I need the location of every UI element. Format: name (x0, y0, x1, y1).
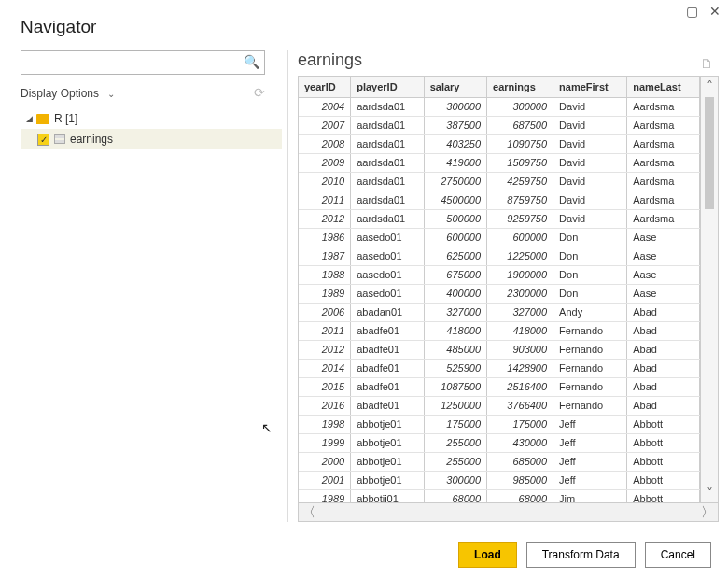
table-cell: aasedo01 (351, 247, 424, 265)
table-cell: abadfe01 (351, 396, 424, 415)
table-row[interactable]: 2001abbotje01300000985000JeffAbbott (299, 471, 700, 489)
table-row[interactable]: 1986aasedo01600000600000DonAase (299, 228, 700, 247)
table-row[interactable]: 1989aasedo014000002300000DonAase (299, 284, 700, 303)
table-cell: Aase (627, 228, 700, 247)
table-cell: 1509750 (487, 153, 553, 172)
table-cell: 2007 (299, 116, 351, 134)
table-cell: Fernando (553, 377, 627, 396)
checkbox-earnings[interactable]: ✓ (37, 134, 49, 146)
table-row[interactable]: 1987aasedo016250001225000DonAase (299, 247, 700, 265)
table-cell: 300000 (424, 97, 486, 116)
scrollbar-thumb[interactable] (705, 97, 714, 209)
tree-item-earnings[interactable]: ✓ earnings (21, 129, 282, 149)
transform-data-button[interactable]: Transform Data (526, 542, 636, 568)
table-row[interactable]: 2009aardsda014190001509750DavidAardsma (299, 153, 700, 172)
table-cell: Aardsma (627, 153, 700, 172)
table-cell: 327000 (424, 303, 486, 321)
table-cell: abadfe01 (351, 359, 424, 377)
preview-options-icon[interactable]: 🗋 (700, 56, 713, 71)
column-header[interactable]: playerID (351, 77, 424, 97)
horizontal-scrollbar[interactable]: 〈 〉 (299, 502, 718, 521)
column-header[interactable]: yearID (299, 77, 351, 97)
table-cell: Jeff (553, 471, 627, 489)
table-cell: 4500000 (424, 191, 486, 209)
table-cell: abbotji01 (351, 489, 424, 502)
page-title: Navigator (0, 0, 728, 50)
table-row[interactable]: 2000abbotje01255000685000JeffAbbott (299, 452, 700, 471)
table-cell: Abad (627, 340, 700, 359)
table-row[interactable]: 2015abadfe0110875002516400FernandoAbad (299, 377, 700, 396)
table-cell: 2004 (299, 97, 351, 116)
table-row[interactable]: 2011aardsda0145000008759750DavidAardsma (299, 191, 700, 209)
table-cell: Jeff (553, 433, 627, 452)
scroll-left-icon[interactable]: 〈 (302, 504, 315, 521)
table-cell: Jeff (553, 452, 627, 471)
table-cell: 255000 (424, 433, 486, 452)
column-header[interactable]: salary (424, 77, 486, 97)
table-row[interactable]: 2012aardsda015000009259750DavidAardsma (299, 209, 700, 228)
table-cell: Abbott (627, 433, 700, 452)
table-cell: 300000 (424, 471, 486, 489)
table-cell: abbotje01 (351, 433, 424, 452)
table-row[interactable]: 2004aardsda01300000300000DavidAardsma (299, 97, 700, 116)
table-cell: abbotje01 (351, 471, 424, 489)
table-cell: 1087500 (424, 377, 486, 396)
tree-root-item[interactable]: ◢ R [1] (21, 108, 282, 129)
table-cell: 1989 (299, 489, 351, 502)
scroll-right-icon[interactable]: 〉 (701, 504, 714, 521)
table-row[interactable]: 2011abadfe01418000418000FernandoAbad (299, 321, 700, 340)
table-cell: Andy (553, 303, 627, 321)
table-row[interactable]: 2006abadan01327000327000AndyAbad (299, 303, 700, 321)
table-cell: Abad (627, 303, 700, 321)
table-cell: Fernando (553, 321, 627, 340)
table-cell: Abbott (627, 489, 700, 502)
table-cell: 985000 (487, 471, 553, 489)
table-cell: 2014 (299, 359, 351, 377)
scroll-up-icon[interactable]: ˄ (707, 78, 713, 93)
maximize-icon[interactable]: ▢ (686, 4, 698, 19)
table-cell: aardsda01 (351, 153, 424, 172)
column-header[interactable]: nameFirst (553, 77, 627, 97)
table-row[interactable]: 1998abbotje01175000175000JeffAbbott (299, 415, 700, 433)
table-row[interactable]: 2007aardsda01387500687500DavidAardsma (299, 116, 700, 134)
search-input[interactable] (21, 50, 265, 75)
table-cell: Aase (627, 247, 700, 265)
table-row[interactable]: 1989abbotji016800068000JimAbbott (299, 489, 700, 502)
table-row[interactable]: 2008aardsda014032501090750DavidAardsma (299, 134, 700, 153)
table-cell: 9259750 (487, 209, 553, 228)
close-icon[interactable]: ✕ (709, 4, 721, 19)
folder-icon (36, 114, 49, 124)
preview-grid: yearIDplayerIDsalaryearningsnameFirstnam… (298, 76, 719, 522)
cancel-button[interactable]: Cancel (645, 542, 711, 568)
display-options-dropdown[interactable]: Display Options ⌄ (21, 84, 115, 101)
table-cell: 903000 (487, 340, 553, 359)
table-cell: 687500 (487, 116, 553, 134)
scroll-down-icon[interactable]: ˅ (707, 486, 713, 501)
chevron-down-icon: ⌄ (107, 89, 115, 99)
table-cell: 403250 (424, 134, 486, 153)
table-row[interactable]: 1999abbotje01255000430000JeffAbbott (299, 433, 700, 452)
collapse-icon[interactable]: ◢ (24, 114, 34, 123)
table-cell: 1900000 (487, 265, 553, 284)
display-options-label: Display Options (21, 87, 99, 100)
table-cell: 1225000 (487, 247, 553, 265)
table-row[interactable]: 1988aasedo016750001900000DonAase (299, 265, 700, 284)
table-cell: aardsda01 (351, 209, 424, 228)
table-row[interactable]: 2010aardsda0127500004259750DavidAardsma (299, 172, 700, 191)
column-header[interactable]: earnings (487, 77, 553, 97)
table-cell: 2012 (299, 340, 351, 359)
table-cell: 418000 (487, 321, 553, 340)
table-cell: aardsda01 (351, 97, 424, 116)
vertical-scrollbar[interactable]: ˄ ˅ (701, 77, 718, 502)
column-header[interactable]: nameLast (627, 77, 700, 97)
table-cell: Abad (627, 359, 700, 377)
table-cell: David (553, 209, 627, 228)
table-row[interactable]: 2014abadfe015259001428900FernandoAbad (299, 359, 700, 377)
table-row[interactable]: 2016abadfe0112500003766400FernandoAbad (299, 396, 700, 415)
table-cell: 2300000 (487, 284, 553, 303)
load-button[interactable]: Load (458, 542, 517, 568)
table-cell: aardsda01 (351, 134, 424, 153)
table-cell: 8759750 (487, 191, 553, 209)
table-row[interactable]: 2012abadfe01485000903000FernandoAbad (299, 340, 700, 359)
refresh-icon[interactable]: ⟳ (254, 85, 265, 100)
